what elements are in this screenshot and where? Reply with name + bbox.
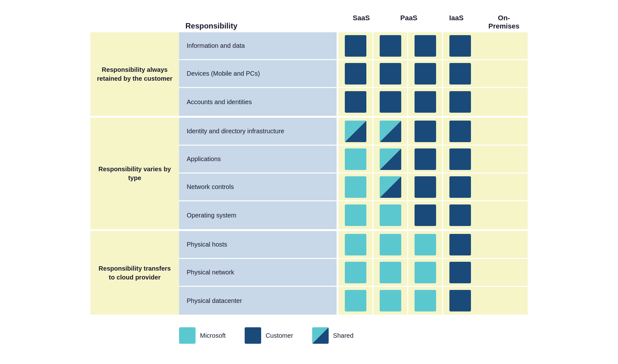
service-cells-network-controls [338, 173, 528, 200]
sq-onprem-applications [449, 148, 471, 170]
sq-saas-physical-network [345, 262, 366, 283]
saas-cell-applications [338, 146, 372, 173]
saas-cell-os [338, 201, 372, 229]
service-cells-row0 [338, 32, 528, 59]
sq-onprem-accounts [449, 91, 471, 113]
sq-iaas-network-controls [415, 176, 436, 198]
paas-cell-row0 [372, 32, 407, 59]
row-accounts: Accounts and identities [179, 88, 528, 116]
sq-iaas-identity [415, 121, 436, 142]
sq-paas-physical-datacenter [380, 290, 401, 311]
sq-saas-identity [345, 121, 366, 142]
row-information-data: Information and data [179, 32, 528, 60]
legend: Microsoft Customer Shared [90, 327, 528, 344]
paas-cell-network-controls [372, 173, 407, 200]
header-row: Responsibility SaaS PaaS IaaS On-Premise… [90, 14, 528, 31]
legend-shared: Shared [312, 327, 354, 344]
row-devices: Devices (Mobile and PCs) [179, 60, 528, 88]
paas-cell-physical-datacenter [372, 287, 407, 315]
onprem-cell-identity [442, 118, 477, 145]
service-cells-identity [338, 118, 528, 145]
group-label-varies: Responsibility varies by type [90, 118, 179, 229]
saas-cell-row0 [338, 32, 372, 59]
group-rows-always-customer: Information and data [179, 32, 528, 116]
onprem-cell-network-controls [442, 173, 477, 200]
resp-physical-network: Physical network [179, 259, 338, 286]
iaas-cell-physical-datacenter [407, 287, 442, 315]
legend-customer: Customer [245, 327, 293, 344]
resp-devices: Devices (Mobile and PCs) [179, 60, 338, 87]
resp-applications: Applications [179, 146, 338, 173]
row-identity: Identity and directory infrastructure [179, 118, 528, 146]
legend-microsoft-label: Microsoft [200, 332, 226, 339]
main-content: Responsibility always retained by the cu… [90, 32, 528, 315]
header-onprem: On-Premises [486, 14, 521, 31]
sq-saas-network-controls [345, 176, 366, 198]
saas-cell-network-controls [338, 173, 372, 200]
saas-cell-physical-datacenter [338, 287, 372, 315]
iaas-cell-os [407, 201, 442, 229]
row-network-controls: Network controls [179, 173, 528, 201]
sq-paas-accounts [380, 91, 401, 113]
sq-iaas-physical-network [415, 262, 436, 283]
iaas-cell-row0 [407, 32, 442, 59]
header-responsibility: Responsibility [179, 22, 338, 30]
sq-saas-devices [345, 63, 366, 85]
iaas-cell-applications [407, 146, 442, 173]
service-cells-physical-hosts [338, 231, 528, 258]
service-cells-os [338, 201, 528, 229]
group-always-customer: Responsibility always retained by the cu… [90, 32, 528, 116]
sq-iaas-os [415, 204, 436, 226]
service-cells-accounts [338, 88, 528, 116]
sq-saas-physical-hosts [345, 234, 366, 255]
resp-physical-datacenter: Physical datacenter [179, 287, 338, 315]
legend-shared-tri-c [312, 327, 329, 344]
group-rows-transfers: Physical hosts [179, 231, 528, 315]
resp-network-controls: Network controls [179, 173, 338, 200]
paas-cell-physical-hosts [372, 231, 407, 258]
sq-iaas-accounts [415, 91, 436, 113]
group-rows-varies: Identity and directory infrastructure [179, 118, 528, 229]
onprem-cell-devices [442, 60, 477, 87]
sq-saas-row0 [345, 35, 366, 57]
header-service-cols: SaaS PaaS IaaS On-Premises [338, 14, 528, 31]
row-physical-network: Physical network [179, 259, 528, 287]
iaas-cell-physical-network [407, 259, 442, 286]
resp-accounts: Accounts and identities [179, 88, 338, 116]
paas-cell-applications [372, 146, 407, 173]
onprem-cell-physical-hosts [442, 231, 477, 258]
sq-iaas-devices [415, 63, 436, 85]
group-label-transfers: Responsibility transfers to cloud provid… [90, 231, 179, 315]
saas-cell-accounts [338, 88, 372, 116]
paas-cell-physical-network [372, 259, 407, 286]
sq-paas-os [380, 204, 401, 226]
legend-microsoft: Microsoft [179, 327, 226, 344]
saas-cell-physical-hosts [338, 231, 372, 258]
service-cells-applications [338, 146, 528, 173]
sq-onprem-identity [449, 121, 471, 142]
group-label-always-customer: Responsibility always retained by the cu… [90, 32, 179, 116]
service-cells-physical-network [338, 259, 528, 286]
sq-onprem-physical-datacenter [449, 290, 471, 311]
onprem-cell-accounts [442, 88, 477, 116]
resp-physical-hosts: Physical hosts [179, 231, 338, 258]
row-os: Operating system [179, 201, 528, 229]
paas-cell-identity [372, 118, 407, 145]
iaas-cell-network-controls [407, 173, 442, 200]
sq-paas-row0 [380, 35, 401, 57]
group-transfers: Responsibility transfers to cloud provid… [90, 231, 528, 315]
iaas-cell-physical-hosts [407, 231, 442, 258]
service-cells-devices [338, 60, 528, 87]
sq-paas-network-controls [380, 176, 401, 198]
sq-paas-identity [380, 121, 401, 142]
sq-paas-applications [380, 148, 401, 170]
header-iaas: IaaS [439, 14, 474, 31]
header-paas: PaaS [391, 14, 426, 31]
iaas-cell-accounts [407, 88, 442, 116]
row-physical-hosts: Physical hosts [179, 231, 528, 259]
resp-os: Operating system [179, 201, 338, 229]
main-container: Responsibility SaaS PaaS IaaS On-Premise… [71, 1, 547, 363]
row-physical-datacenter: Physical datacenter [179, 287, 528, 315]
legend-shared-label: Shared [333, 332, 354, 339]
sq-saas-os [345, 204, 366, 226]
